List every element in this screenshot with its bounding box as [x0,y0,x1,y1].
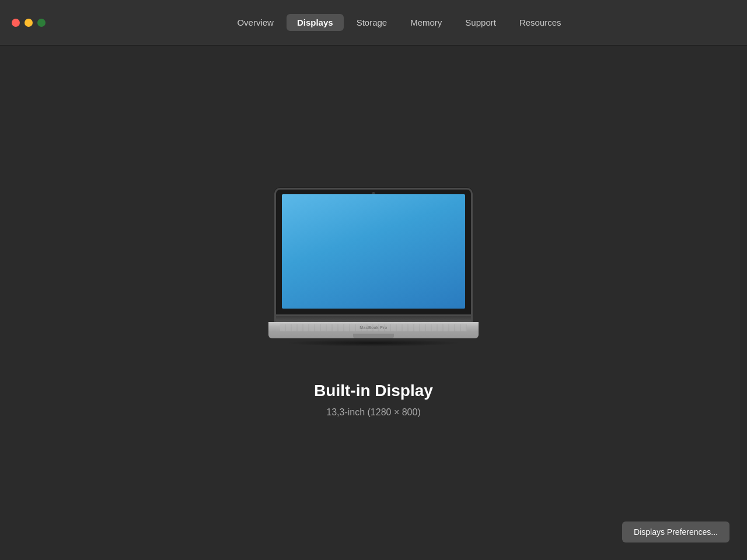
laptop-illustration: MacBook Pro [274,188,473,346]
tab-displays[interactable]: Displays [287,14,344,31]
laptop-screen [274,188,473,316]
minimize-button[interactable] [25,19,33,27]
tab-memory[interactable]: Memory [400,14,452,31]
tab-resources[interactable]: Resources [509,14,572,31]
tab-storage[interactable]: Storage [346,14,398,31]
tab-support[interactable]: Support [455,14,507,31]
laptop-base: MacBook Pro [268,322,479,338]
titlebar: Overview Displays Storage Memory Support… [0,0,747,46]
display-subtitle: 13,3-inch (1280 × 800) [326,407,420,418]
tab-overview[interactable]: Overview [226,14,284,31]
laptop: MacBook Pro [274,188,473,338]
maximize-button[interactable] [37,19,46,27]
laptop-hinge [274,316,473,322]
close-button[interactable] [12,19,20,27]
nav-tabs: Overview Displays Storage Memory Support… [63,14,735,31]
laptop-base-label: MacBook Pro [359,326,388,330]
laptop-shadow [286,340,461,346]
traffic-lights [12,19,46,27]
display-title: Built-in Display [314,382,433,400]
displays-preferences-button[interactable]: Displays Preferences... [622,522,729,542]
laptop-display [282,194,465,309]
main-content: MacBook Pro Built-in Display 13,3-inch (… [0,46,747,560]
